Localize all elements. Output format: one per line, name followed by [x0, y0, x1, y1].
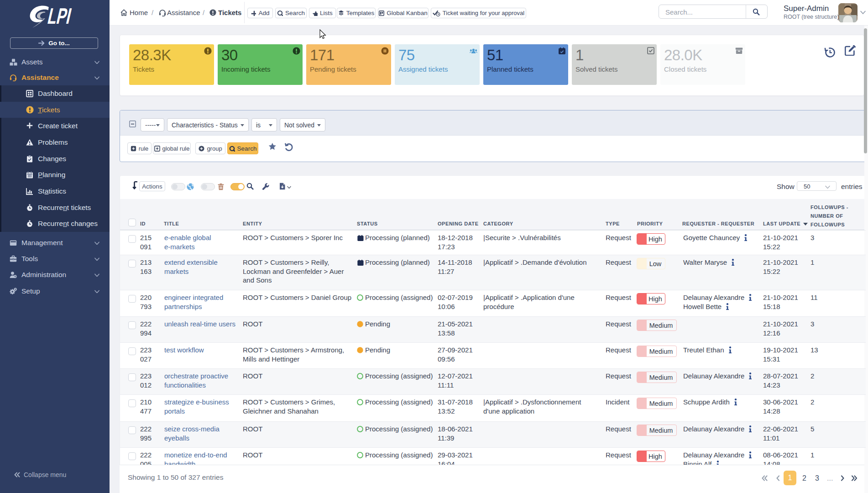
- svg-text:LPI: LPI: [46, 5, 74, 28]
